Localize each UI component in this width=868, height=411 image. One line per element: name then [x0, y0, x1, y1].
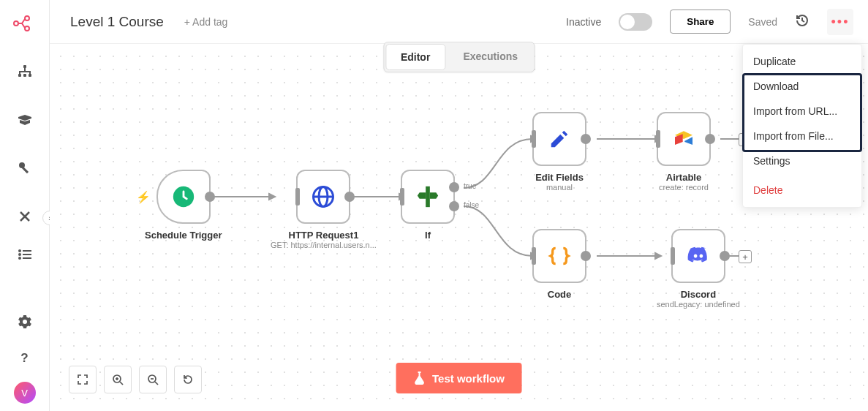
pencil-icon: [548, 128, 570, 150]
discord-icon: [687, 246, 710, 265]
credentials-icon[interactable]: [12, 155, 38, 181]
more-menu-button[interactable]: •••: [827, 9, 853, 35]
clock-icon: [171, 184, 196, 209]
svg-rect-35: [426, 186, 430, 207]
reset-button[interactable]: [174, 366, 202, 393]
menu-duplicate[interactable]: Duplicate: [743, 49, 861, 74]
add-node-button[interactable]: +: [739, 250, 752, 263]
svg-point-0: [14, 21, 18, 26]
help-icon[interactable]: ?: [12, 345, 38, 372]
menu-download[interactable]: Download: [743, 74, 861, 99]
settings-sidebar-icon[interactable]: [12, 309, 38, 335]
menu-import-url[interactable]: Import from URL...: [743, 99, 861, 124]
node-edit-fields[interactable]: Edit Fields manual: [532, 112, 586, 192]
more-menu-dropdown: Duplicate Download Import from URL... Im…: [742, 44, 862, 208]
node-sublabel: create: record: [659, 183, 709, 192]
branch-icon: [415, 184, 440, 209]
svg-point-15: [19, 254, 20, 255]
tab-executions[interactable]: Executions: [448, 44, 532, 70]
node-discord[interactable]: Discord sendLegacy: undefined: [657, 229, 740, 309]
node-code[interactable]: Code: [532, 229, 586, 300]
workflows-icon[interactable]: [12, 59, 38, 85]
node-http-request[interactable]: HTTP Request1 GET: https://internal.user…: [271, 170, 377, 249]
svg-rect-10: [29, 71, 31, 75]
node-sublabel: sendLegacy: undefined: [657, 300, 740, 309]
node-label: Airtable: [666, 172, 701, 183]
node-label: Code: [548, 289, 572, 300]
bolt-icon: ⚡: [136, 190, 151, 204]
flask-icon: [413, 372, 425, 385]
header: Level 1 Course + Add tag Inactive Share …: [50, 0, 868, 44]
tab-editor[interactable]: Editor: [385, 44, 445, 70]
mode-tabs: Editor Executions: [383, 42, 535, 72]
menu-import-file[interactable]: Import from File...: [743, 124, 861, 148]
svg-point-13: [19, 250, 20, 252]
node-label: HTTP Request1: [289, 230, 359, 241]
logo[interactable]: [12, 10, 38, 37]
fit-view-button[interactable]: [69, 366, 97, 393]
svg-point-2: [25, 26, 29, 31]
svg-line-37: [120, 382, 123, 385]
svg-rect-8: [19, 71, 31, 72]
node-label: If: [425, 230, 431, 241]
avatar[interactable]: V: [14, 382, 36, 404]
history-icon[interactable]: [795, 13, 809, 30]
node-label: Discord: [681, 289, 716, 300]
templates-icon[interactable]: [12, 107, 38, 133]
test-workflow-button[interactable]: Test workflow: [396, 363, 522, 393]
node-label: Edit Fields: [535, 172, 584, 183]
node-airtable[interactable]: Airtable create: record: [657, 112, 711, 192]
executions-sidebar-icon[interactable]: [12, 241, 38, 268]
node-if[interactable]: true false If: [401, 170, 455, 241]
node-sublabel: GET: https://internal.users.n...: [271, 241, 377, 249]
svg-point-1: [25, 16, 29, 20]
globe-icon: [310, 184, 336, 210]
airtable-icon: [672, 127, 695, 151]
node-schedule-trigger[interactable]: ⚡ Schedule Trigger: [145, 170, 222, 241]
menu-settings[interactable]: Settings: [743, 148, 861, 173]
test-workflow-label: Test workflow: [432, 372, 505, 385]
ellipsis-icon: •••: [831, 15, 850, 29]
braces-icon: [548, 244, 571, 268]
if-true-label: true: [464, 182, 476, 190]
node-label: Schedule Trigger: [145, 230, 222, 241]
add-tag-button[interactable]: + Add tag: [184, 16, 228, 28]
active-toggle[interactable]: [619, 13, 652, 31]
sidebar: › ? V: [0, 0, 50, 411]
node-sublabel: manual: [546, 183, 573, 192]
saved-status: Saved: [748, 16, 777, 28]
svg-rect-9: [19, 71, 20, 75]
canvas-toolbar: [69, 366, 202, 393]
share-button[interactable]: Share: [670, 10, 731, 34]
zoom-out-button[interactable]: [139, 366, 167, 393]
menu-delete[interactable]: Delete: [743, 178, 861, 203]
variables-icon[interactable]: [12, 203, 38, 230]
svg-line-41: [155, 382, 158, 385]
if-false-label: false: [464, 201, 479, 209]
zoom-in-button[interactable]: [104, 366, 132, 393]
svg-rect-3: [23, 65, 26, 68]
workflow-title[interactable]: Level 1 Course: [70, 14, 164, 30]
svg-rect-12: [21, 167, 28, 173]
svg-point-17: [19, 257, 20, 259]
svg-rect-5: [23, 74, 26, 77]
active-label: Inactive: [566, 16, 601, 28]
